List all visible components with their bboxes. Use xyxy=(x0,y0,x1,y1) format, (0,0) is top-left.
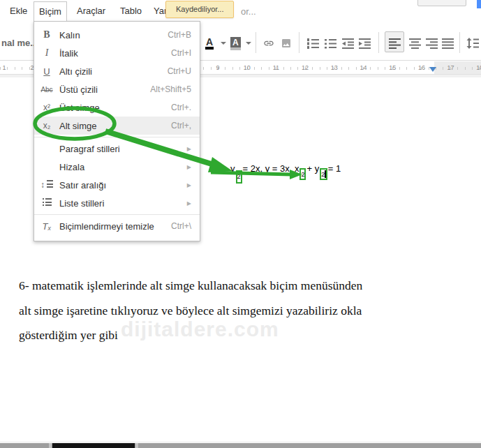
menu-tablo[interactable]: Tablo xyxy=(120,6,142,16)
menu-item-shortcut: Ctrl+, xyxy=(171,121,200,130)
submenu-arrow-icon: ▶ xyxy=(187,164,200,170)
menu-item-shortcut: Ctrl+B xyxy=(168,30,200,40)
highlight-color-dropdown-arrow[interactable] xyxy=(246,36,251,51)
paragraph-line: alt simge işaretine tıklıyoruz ve böylec… xyxy=(19,299,448,324)
menu-item-shortcut: Alt+Shift+5 xyxy=(150,84,200,94)
menu-item-label: Hizala xyxy=(59,162,187,172)
subscript-box-1: 2 xyxy=(236,170,242,184)
submenu-arrow-icon: ▶ xyxy=(187,182,200,188)
menu-item-bicimlendirmeyi-temizle[interactable]: Tₓ Biçimlendirmeyi temizle Ctrl+\ xyxy=(34,217,200,235)
menu-item-ust-simge[interactable]: x² Üst simge Ctrl+. xyxy=(34,98,200,117)
menu-item-shortcut: Ctrl+I xyxy=(171,48,200,58)
menu-item-satir-araligi[interactable]: ↕ Satır aralığı ▶ xyxy=(34,176,200,194)
insert-link-icon[interactable] xyxy=(261,36,276,51)
justify-icon[interactable] xyxy=(442,36,454,51)
menu-item-kalin[interactable]: B Kalın Ctrl+B xyxy=(34,26,200,44)
equation-part: = 2x, y = 3x, x xyxy=(243,163,299,174)
menu-item-label: Altı çizili xyxy=(59,66,168,77)
menubar: Ekle Biçim Araçlar Tablo Yard or... Kayd… xyxy=(0,0,481,21)
menu-item-liste-stilleri[interactable]: Liste stilleri ▶ xyxy=(34,194,200,212)
toolbar-separator xyxy=(256,32,256,53)
numbered-list-icon[interactable] xyxy=(307,36,319,51)
saving-status-text: or... xyxy=(241,6,256,17)
bulleted-list-icon[interactable] xyxy=(325,36,336,51)
decrease-indent-icon[interactable] xyxy=(342,36,354,51)
align-right-icon[interactable] xyxy=(426,36,438,51)
ruler-number: 12 xyxy=(300,64,310,71)
line-spacing-icon[interactable] xyxy=(466,36,479,51)
menu-item-italik[interactable]: I İtalik Ctrl+I xyxy=(34,44,200,62)
menu-item-hizala[interactable]: Hizala ▶ xyxy=(34,158,200,176)
toolbar-separator xyxy=(459,32,460,53)
menu-item-label: Paragraf stilleri xyxy=(59,144,187,154)
menu-item-paragraf-stilleri[interactable]: Paragraf stilleri ▶ xyxy=(34,140,200,158)
toolbar-separator xyxy=(378,32,379,53)
bottom-divider xyxy=(0,442,481,442)
text-color-dropdown-arrow[interactable] xyxy=(221,36,226,51)
superscript-icon: x² xyxy=(34,103,59,112)
submenu-arrow-icon: ▶ xyxy=(187,200,200,207)
menu-item-label: Liste stilleri xyxy=(59,198,187,209)
menu-item-alt-simge[interactable]: x₂ Alt simge Ctrl+, xyxy=(34,117,200,135)
ruler-number: 1 xyxy=(1,64,7,71)
align-center-icon[interactable] xyxy=(409,36,421,51)
right-indent-marker[interactable] xyxy=(429,67,436,72)
underline-icon: U xyxy=(34,66,59,77)
submenu-arrow-icon: ▶ xyxy=(187,146,200,152)
line-spacing-icon: ↕ xyxy=(34,180,59,190)
ruler-number: 9 xyxy=(214,64,221,71)
menu-item-label: Biçimlendirmeyi temizle xyxy=(59,221,171,232)
menu-item-label: Üstü çizili xyxy=(59,84,150,95)
google-docs-window: Ekle Biçim Araçlar Tablo Yard or... Kayd… xyxy=(0,0,481,448)
menu-separator xyxy=(34,214,200,215)
italic-icon: I xyxy=(34,47,59,59)
subscript-box-2: 2 xyxy=(299,168,306,180)
ruler-number: 15 xyxy=(387,64,397,71)
list-styles-icon xyxy=(34,198,59,208)
equation-part: + y xyxy=(306,163,319,174)
ruler-number: 18 xyxy=(475,64,481,71)
menu-item-alti-cizili[interactable]: U Altı çizili Ctrl+U xyxy=(34,62,200,80)
ruler-number: 13 xyxy=(330,64,339,71)
menu-item-ustu-cizili[interactable]: Abc Üstü çizili Alt+Shift+5 xyxy=(34,80,200,98)
menu-separator xyxy=(34,137,200,137)
ruler-number: 10 xyxy=(242,64,252,71)
share-button[interactable] xyxy=(477,0,481,8)
menu-item-shortcut: Ctrl+. xyxy=(171,103,200,112)
toolbar-separator xyxy=(299,32,299,53)
bottom-scrollbar[interactable] xyxy=(0,443,481,448)
menu-item-shortcut: Ctrl+U xyxy=(168,66,200,76)
paragraph-style-dropdown[interactable]: nal me... xyxy=(1,38,38,48)
insert-image-icon[interactable] xyxy=(280,36,293,51)
menu-item-shortcut: Ctrl+\ xyxy=(171,221,200,231)
menu-araclar[interactable]: Araçlar xyxy=(77,6,105,16)
comments-button[interactable] xyxy=(417,0,466,6)
menu-item-label: Satır aralığı xyxy=(59,180,187,191)
bold-icon: B xyxy=(34,29,59,40)
subscript-icon: x₂ xyxy=(34,121,59,130)
paragraph-line: gösterdiğim yer gibi xyxy=(19,323,448,348)
equation-part: y xyxy=(230,163,235,174)
menu-item-label: Üst simge xyxy=(59,103,171,113)
highlight-color-button[interactable]: A xyxy=(230,36,241,51)
menu-item-label: Kalın xyxy=(59,30,168,40)
ruler-number: 17 xyxy=(446,64,456,71)
align-left-icon[interactable] xyxy=(389,36,401,51)
menu-item-label: Alt simge xyxy=(59,121,171,131)
ruler-number: 11 xyxy=(272,64,281,71)
scrollbar-gap xyxy=(135,443,138,448)
document-paragraph[interactable]: 6- matematik işlemlerinde alt simge kull… xyxy=(19,274,448,348)
ruler-number: 14 xyxy=(358,64,368,71)
arrow-annotation-1-head xyxy=(208,157,232,172)
menu-ekle[interactable]: Ekle xyxy=(10,6,27,16)
increase-indent-icon[interactable] xyxy=(359,36,371,51)
text-color-button[interactable]: A xyxy=(205,36,214,51)
scrollbar-thumb[interactable] xyxy=(52,443,135,448)
menu-item-label: İtalik xyxy=(59,48,171,59)
ruler-number: 16 xyxy=(417,64,427,71)
subscript-box-3: 2 xyxy=(320,168,327,180)
text-cursor xyxy=(325,170,326,178)
menu-bicim-open[interactable]: Biçim xyxy=(34,1,67,21)
equation-part: = 1 xyxy=(328,163,341,174)
equation-text[interactable]: y2= 2x, y = 3x, x2+ y2= 1 xyxy=(230,163,341,184)
